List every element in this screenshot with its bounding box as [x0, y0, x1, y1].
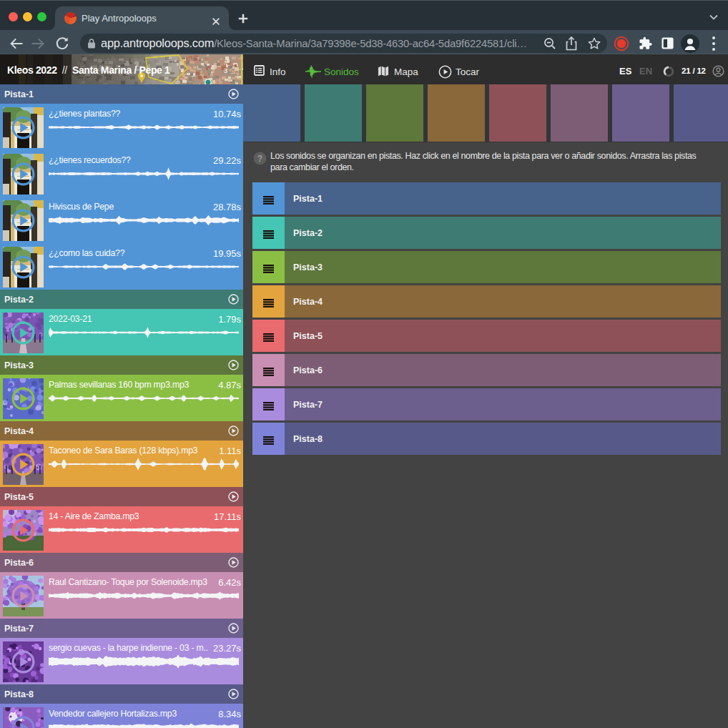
svg-text:?: ? [257, 154, 262, 164]
